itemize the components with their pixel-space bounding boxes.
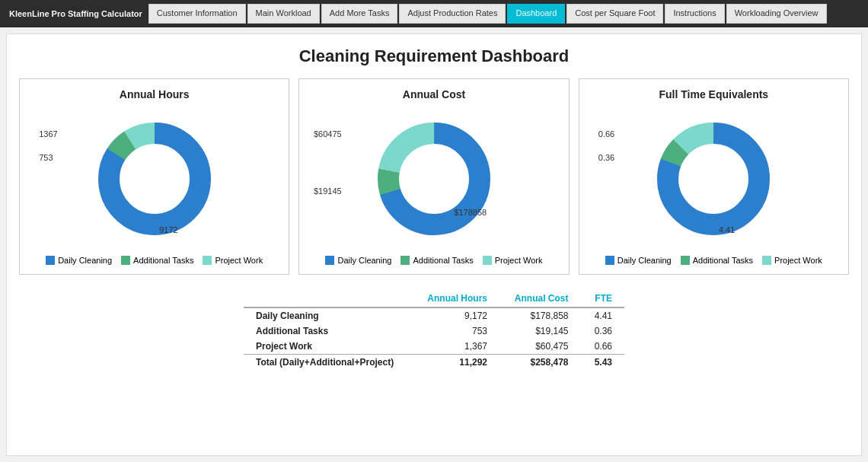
row-cost: $178,858	[499, 307, 581, 323]
legend-label-2-1: Additional Tasks	[693, 256, 753, 265]
tab-adjust-production-rates[interactable]: Adjust Production Rates	[399, 4, 506, 23]
app-title: KleenLine Pro Staffing Calculator	[3, 9, 148, 18]
row-fte: 0.36	[581, 323, 624, 339]
table-row: Project Work 1,367 $60,475 0.66	[244, 339, 624, 355]
legend-label-2-0: Daily Cleaning	[617, 256, 672, 265]
legend-label-1-2: Project Work	[495, 256, 543, 265]
row-label: Additional Tasks	[244, 323, 412, 339]
legend-item-2-1: Additional Tasks	[681, 256, 753, 265]
donut-label-2-1: 0.36	[598, 153, 614, 162]
tab-bar: Customer InformationMain WorkloadAdd Mor…	[148, 4, 827, 23]
legend-label-2-2: Project Work	[774, 256, 822, 265]
summary-table: Annual HoursAnnual CostFTE Daily Cleanin…	[244, 290, 624, 370]
row-cost: $60,475	[499, 339, 581, 355]
chart-legend-0: Daily Cleaning Additional Tasks Project …	[29, 256, 279, 265]
tab-instructions[interactable]: Instructions	[665, 4, 724, 23]
legend-item-1-1: Additional Tasks	[400, 256, 473, 265]
row-hours: 1,367	[412, 339, 499, 355]
legend-item-1-0: Daily Cleaning	[325, 256, 391, 265]
legend-swatch-2-2	[762, 256, 771, 265]
chart-legend-2: Daily Cleaning Additional Tasks Project …	[589, 256, 839, 265]
chart-card-2: Full Time Equivalents0.660.364.41 Daily …	[579, 78, 849, 275]
tab-customer-information[interactable]: Customer Information	[148, 4, 246, 23]
row-cost: $258,478	[499, 355, 581, 371]
row-fte: 4.41	[581, 307, 624, 323]
col-header: FTE	[581, 290, 624, 307]
chart-card-0: Annual Hours13677539172 Daily Cleaning A…	[19, 78, 289, 275]
legend-label-0-2: Project Work	[215, 256, 263, 265]
legend-swatch-1-0	[325, 256, 334, 265]
donut-label-0-0: 1367	[39, 129, 57, 139]
legend-item-0-0: Daily Cleaning	[46, 256, 112, 265]
col-header: Annual Hours	[412, 290, 499, 307]
donut-container-1: $60475$19145$178858	[308, 107, 559, 251]
legend-swatch-1-1	[400, 256, 410, 265]
row-hours: 11,292	[412, 355, 499, 371]
row-label: Project Work	[244, 339, 412, 355]
donut-label-1-1: $19145	[314, 186, 342, 196]
main-content: Cleaning Requirement Dashboard Annual Ho…	[6, 33, 862, 456]
col-header	[244, 290, 412, 307]
table-row: Total (Daily+Additional+Project) 11,292 …	[244, 355, 624, 371]
legend-label-1-0: Daily Cleaning	[337, 256, 391, 265]
legend-swatch-0-1	[121, 256, 130, 265]
row-fte: 5.43	[581, 355, 624, 371]
legend-swatch-0-2	[203, 256, 212, 265]
donut-label-1-0: $60475	[314, 129, 342, 139]
legend-label-0-1: Additional Tasks	[133, 256, 193, 265]
legend-swatch-2-0	[605, 256, 614, 265]
legend-item-0-2: Project Work	[203, 256, 263, 265]
row-fte: 0.66	[581, 339, 624, 355]
row-label: Daily Cleaning	[244, 307, 412, 323]
tab-main-workload[interactable]: Main Workload	[247, 4, 320, 23]
tab-dashboard[interactable]: Dashboard	[507, 4, 565, 23]
legend-swatch-2-1	[681, 256, 690, 265]
chart-title-1: Annual Cost	[308, 88, 559, 100]
legend-item-2-0: Daily Cleaning	[605, 256, 672, 265]
topbar: KleenLine Pro Staffing Calculator Custom…	[0, 0, 868, 27]
tab-workloading-overview[interactable]: Workloading Overview	[726, 4, 827, 23]
legend-item-0-1: Additional Tasks	[121, 256, 193, 265]
donut-container-2: 0.660.364.41	[589, 107, 839, 251]
col-header: Annual Cost	[499, 290, 581, 307]
chart-title-2: Full Time Equivalents	[589, 88, 839, 100]
legend-label-1-1: Additional Tasks	[413, 256, 473, 265]
legend-swatch-1-2	[483, 256, 492, 265]
donut-label-2-0: 0.66	[598, 129, 614, 139]
donut-container-0: 13677539172	[29, 107, 279, 251]
legend-label-0-0: Daily Cleaning	[58, 256, 112, 265]
row-hours: 753	[412, 323, 499, 339]
table-row: Daily Cleaning 9,172 $178,858 4.41	[244, 307, 624, 323]
donut-label-0-1: 753	[39, 153, 53, 162]
tab-cost-per-square-foot[interactable]: Cost per Square Foot	[566, 4, 663, 23]
table-section: Annual HoursAnnual CostFTE Daily Cleanin…	[19, 290, 849, 370]
chart-title-0: Annual Hours	[29, 88, 279, 100]
row-label: Total (Daily+Additional+Project)	[244, 355, 412, 371]
chart-card-1: Annual Cost$60475$19145$178858 Daily Cle…	[298, 78, 569, 275]
table-row: Additional Tasks 753 $19,145 0.36	[244, 323, 624, 339]
legend-swatch-0-0	[46, 256, 55, 265]
legend-item-1-2: Project Work	[483, 256, 543, 265]
legend-item-2-2: Project Work	[762, 256, 822, 265]
row-hours: 9,172	[412, 307, 499, 323]
chart-legend-1: Daily Cleaning Additional Tasks Project …	[308, 256, 559, 265]
row-cost: $19,145	[499, 323, 581, 339]
charts-row: Annual Hours13677539172 Daily Cleaning A…	[19, 78, 849, 275]
page-title: Cleaning Requirement Dashboard	[19, 46, 849, 66]
tab-add-more-tasks[interactable]: Add More Tasks	[321, 4, 398, 23]
